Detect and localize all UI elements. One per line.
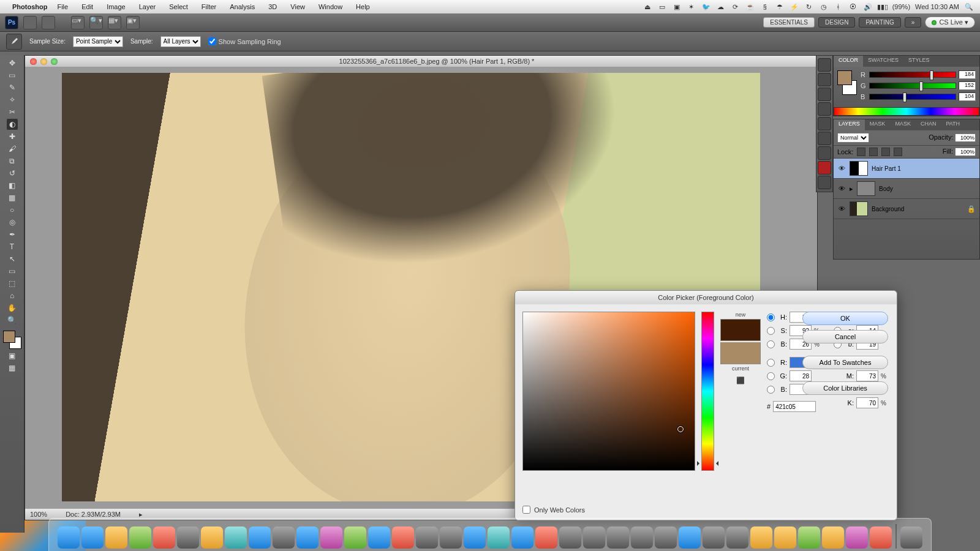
mask-tab[interactable]: MASK: [865, 119, 891, 130]
lock-transparency-icon[interactable]: [857, 148, 865, 156]
volume-icon[interactable]: 🔊: [863, 2, 873, 12]
sample-select[interactable]: All Layers: [160, 36, 201, 47]
dock-app-icon[interactable]: [225, 527, 247, 549]
workspace-design[interactable]: DESIGN: [818, 17, 855, 28]
b-value[interactable]: 104: [959, 92, 976, 101]
color-cursor[interactable]: [677, 426, 684, 432]
menu-select[interactable]: Select: [163, 3, 194, 10]
cancel-button[interactable]: Cancel: [802, 330, 888, 343]
hand-tool[interactable]: ✋: [7, 302, 18, 313]
gradient-tool[interactable]: ▦: [7, 192, 18, 203]
opacity-input[interactable]: [955, 133, 976, 142]
g-slider[interactable]: [869, 83, 956, 89]
dock-app-icon[interactable]: [153, 527, 175, 549]
visibility-icon[interactable]: 👁: [837, 184, 846, 193]
eyedropper-tool-icon[interactable]: [6, 34, 22, 50]
dock-app-icon[interactable]: [846, 527, 868, 549]
brush-tool[interactable]: 🖌: [7, 143, 18, 154]
screenmode-icon[interactable]: ▣▾: [126, 16, 140, 29]
g-radio[interactable]: [767, 372, 775, 380]
menu-window[interactable]: Window: [312, 3, 349, 10]
healing-tool[interactable]: ✚: [7, 131, 18, 142]
layer-thumbnail[interactable]: [850, 161, 868, 176]
lightning-icon[interactable]: ⚡: [790, 2, 799, 12]
r-radio[interactable]: [767, 359, 775, 367]
dock-app-icon[interactable]: [655, 527, 677, 549]
display-icon[interactable]: ▭: [657, 2, 667, 12]
current-color-swatch[interactable]: [720, 342, 761, 364]
layer-name[interactable]: Hair Part 1: [872, 165, 901, 172]
spotlight-icon[interactable]: 🔍: [964, 2, 974, 12]
dock-app-icon[interactable]: [511, 527, 533, 549]
dock-mail-icon[interactable]: [105, 527, 127, 549]
zoom-icon[interactable]: 🔍▾: [89, 16, 103, 29]
workspace-more[interactable]: »: [905, 17, 922, 28]
menu-file[interactable]: File: [51, 3, 74, 10]
eyedropper-tool[interactable]: ◐: [7, 119, 18, 130]
styles-tab[interactable]: STYLES: [903, 56, 935, 67]
dock-app-icon[interactable]: [344, 527, 366, 549]
color-libraries-button[interactable]: Color Libraries: [802, 381, 888, 395]
menubar-clock[interactable]: Wed 10:30 AM: [915, 3, 959, 10]
dock-app-icon[interactable]: [249, 527, 271, 549]
layers-tab[interactable]: LAYERS: [834, 119, 865, 130]
shape-tool[interactable]: ▭: [7, 266, 18, 277]
panel-fg-swatch[interactable]: [837, 70, 852, 85]
r-slider[interactable]: [869, 72, 956, 78]
menu-image[interactable]: Image: [100, 3, 132, 10]
3dcamera-tool[interactable]: ⌂: [7, 290, 18, 301]
dock-app-icon[interactable]: [607, 527, 629, 549]
path-tab[interactable]: PATH: [941, 119, 965, 130]
cs-live-menu[interactable]: CS Live ▾: [925, 17, 975, 28]
3d-tool[interactable]: ⬚: [7, 278, 18, 289]
dock-app-icon[interactable]: [201, 527, 223, 549]
add-to-swatches-button[interactable]: Add To Swatches: [802, 356, 888, 369]
layer-row[interactable]: 👁 Hair Part 1: [834, 159, 979, 179]
dock-app-icon[interactable]: [798, 527, 820, 549]
dock-finder-icon[interactable]: [58, 527, 80, 549]
menu-analysis[interactable]: Analysis: [224, 3, 261, 10]
menu-filter[interactable]: Filter: [195, 3, 222, 10]
menu-view[interactable]: View: [284, 3, 311, 10]
kuler-panel-icon[interactable]: [818, 161, 831, 174]
path-tool[interactable]: ↖: [7, 253, 18, 264]
dock-app-icon[interactable]: [416, 527, 438, 549]
navigator-panel-icon[interactable]: [818, 73, 831, 86]
blend-mode-select[interactable]: Normal: [837, 133, 869, 143]
dock-app-icon[interactable]: [583, 527, 605, 549]
twitter-icon[interactable]: 🐦: [701, 2, 711, 12]
dodge-tool[interactable]: ◎: [7, 217, 18, 228]
layer-row[interactable]: 👁 Background 🔒: [834, 199, 979, 219]
eraser-tool[interactable]: ◧: [7, 180, 18, 191]
dock-app-icon[interactable]: [703, 527, 725, 549]
hex-input[interactable]: [773, 401, 816, 412]
layer-thumbnail[interactable]: [850, 201, 868, 216]
eject-icon[interactable]: ⏏: [643, 2, 652, 12]
saturation-brightness-field[interactable]: [522, 312, 695, 471]
blur-tool[interactable]: ○: [7, 204, 18, 216]
script-icon[interactable]: §: [760, 2, 770, 12]
histogram-panel-icon[interactable]: [818, 58, 831, 72]
sync-icon[interactable]: ⟳: [731, 2, 741, 12]
layer-row[interactable]: 👁 ▸ Body: [834, 179, 979, 199]
color-picker-dialog[interactable]: Color Picker (Foreground Color) new curr…: [514, 290, 897, 520]
dock-trash-icon[interactable]: [900, 527, 922, 549]
viewmode-icon[interactable]: ▭▾: [71, 16, 85, 29]
show-sampling-ring[interactable]: Show Sampling Ring: [208, 37, 281, 45]
b-radio[interactable]: [767, 340, 775, 348]
box-icon[interactable]: ▣: [672, 2, 682, 12]
document-titlebar[interactable]: 1023255366_a7c61186e6_b.jpeg @ 100% (Hai…: [25, 56, 817, 67]
dock-app-icon[interactable]: [368, 527, 390, 549]
dock-app-icon[interactable]: [750, 527, 772, 549]
dock-safari-icon[interactable]: [81, 527, 104, 549]
timemachine-icon[interactable]: ◷: [819, 2, 829, 12]
warning-cube-icon[interactable]: ⬛: [736, 377, 745, 384]
visibility-icon[interactable]: 👁: [837, 204, 846, 213]
visibility-icon[interactable]: 👁: [837, 164, 846, 173]
dock-app-icon[interactable]: [440, 527, 462, 549]
only-web-colors-checkbox[interactable]: [522, 506, 530, 514]
foreground-color-swatch[interactable]: [3, 331, 15, 343]
dock-app-icon[interactable]: [320, 527, 342, 549]
screenmode-toggle[interactable]: ▦: [7, 362, 18, 373]
workspace-essentials[interactable]: ESSENTIALS: [763, 17, 815, 28]
